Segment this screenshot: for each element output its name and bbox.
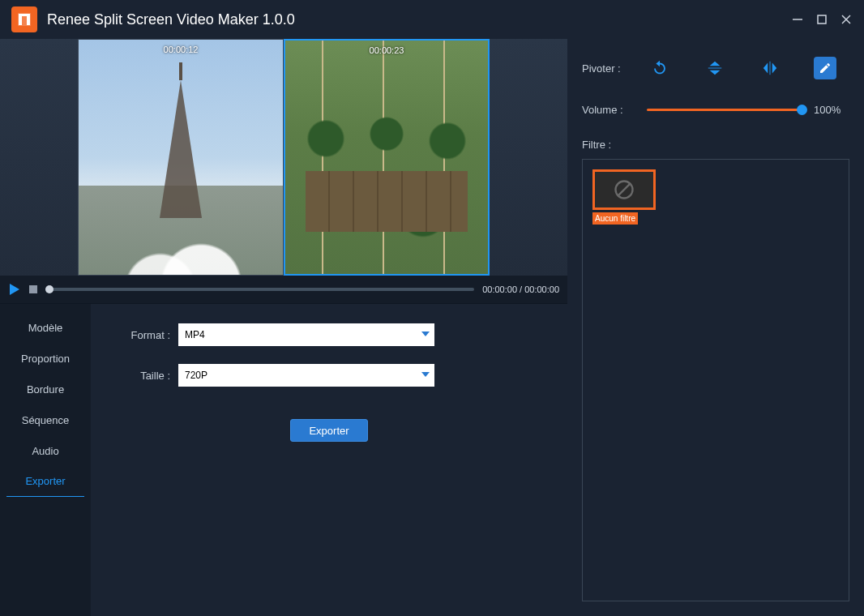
flip-vertical-button[interactable] (704, 57, 726, 79)
preview-pane-right[interactable]: 00:00:23 (284, 39, 490, 276)
preview-area: 00:00:12 00:00:23 (0, 39, 567, 276)
edit-button[interactable] (814, 57, 836, 79)
app-title: Renee Split Screen Video Maker 1.0.0 (47, 11, 295, 28)
svg-marker-8 (10, 284, 19, 295)
svg-line-18 (618, 183, 631, 196)
preview-image-right (285, 41, 488, 274)
filter-list: Aucun filtre (582, 159, 849, 601)
timestamp-right: 00:00:23 (370, 45, 404, 55)
no-filter-icon (592, 169, 656, 210)
svg-marker-12 (710, 71, 721, 75)
volume-label: Volume : (582, 104, 642, 116)
chevron-down-icon (421, 372, 430, 377)
sidebar-item-sequence[interactable]: Séquence (0, 404, 91, 435)
filter-item-none[interactable]: Aucun filtre (592, 169, 656, 225)
size-label: Taille : (107, 370, 170, 382)
sidebar-item-bordure[interactable]: Bordure (0, 374, 91, 404)
sidebar-item-proportion[interactable]: Proportion (0, 343, 91, 374)
size-select[interactable]: 720P (178, 364, 434, 387)
volume-slider[interactable] (647, 109, 802, 111)
svg-marker-11 (710, 62, 721, 66)
window-controls (791, 13, 853, 26)
close-button[interactable] (840, 13, 853, 26)
right-panel: Pivoter : Volume : 100% (567, 39, 864, 616)
sidebar-item-exporter[interactable]: Exporter (6, 466, 84, 497)
format-label: Format : (107, 329, 170, 341)
chevron-down-icon (421, 332, 430, 336)
rotate-label: Pivoter : (582, 62, 642, 75)
app-logo (11, 6, 37, 32)
seek-slider[interactable] (45, 288, 474, 291)
export-button[interactable]: Exporter (290, 419, 368, 442)
svg-rect-5 (818, 15, 826, 24)
rotate-button[interactable] (648, 57, 671, 79)
timestamp-left: 00:00:12 (164, 45, 199, 54)
svg-marker-15 (772, 63, 777, 74)
time-display: 00:00:00 / 00:00:00 (482, 284, 559, 294)
sidebar-item-audio[interactable]: Audio (0, 435, 91, 466)
preview-pane-left[interactable]: 00:00:12 (78, 39, 284, 276)
svg-marker-9 (421, 332, 430, 336)
play-button[interactable] (8, 283, 21, 296)
stop-button[interactable] (29, 285, 37, 293)
preview-image-left (79, 40, 283, 275)
sidebar-item-modele[interactable]: Modèle (0, 312, 91, 343)
svg-rect-3 (19, 14, 30, 16)
size-value: 720P (185, 370, 207, 381)
svg-marker-10 (421, 372, 430, 377)
svg-marker-14 (763, 63, 768, 74)
filter-item-label: Aucun filtre (592, 212, 638, 225)
title-bar: Renee Split Screen Video Maker 1.0.0 (0, 0, 864, 39)
flip-horizontal-button[interactable] (759, 57, 781, 79)
playback-bar: 00:00:00 / 00:00:00 (0, 276, 567, 303)
volume-thumb[interactable] (797, 105, 807, 115)
filter-label: Filtre : (582, 139, 849, 151)
export-settings-panel: Format : MP4 Taille : 720P Exporter (91, 304, 567, 616)
minimize-button[interactable] (791, 13, 804, 26)
sidebar: Modèle Proportion Bordure Séquence Audio… (0, 304, 91, 616)
volume-value: 100% (814, 104, 849, 116)
format-select[interactable]: MP4 (178, 323, 434, 346)
maximize-button[interactable] (815, 13, 828, 26)
seek-thumb[interactable] (45, 285, 53, 293)
format-value: MP4 (185, 329, 205, 340)
